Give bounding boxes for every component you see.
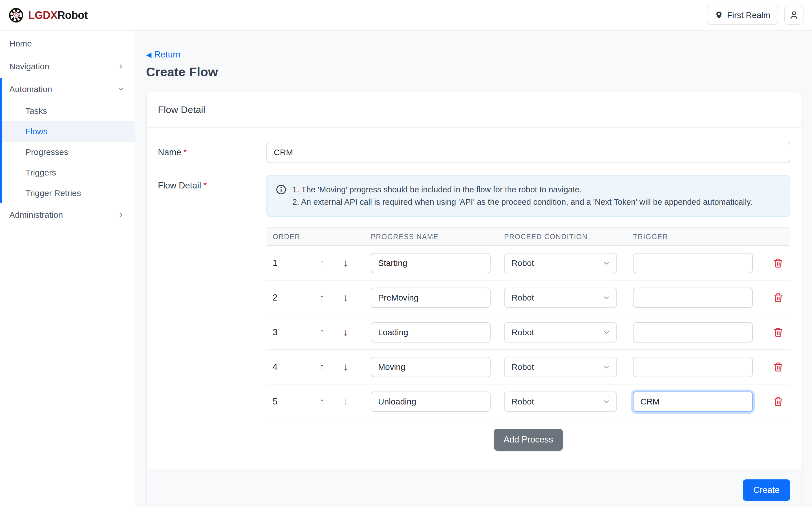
sidebar-item-label: Navigation bbox=[9, 62, 49, 71]
trigger-input[interactable] bbox=[633, 357, 753, 377]
flow-name-input[interactable] bbox=[266, 142, 790, 163]
trigger-input[interactable] bbox=[633, 253, 753, 273]
trash-icon bbox=[773, 396, 783, 407]
proceed-condition-cell: Robot bbox=[504, 322, 633, 342]
move-down-button[interactable]: ↓ bbox=[334, 292, 357, 304]
order-cell: 4 ↑ ↓ bbox=[266, 361, 371, 373]
move-down-button[interactable]: ↓ bbox=[334, 396, 357, 407]
proceed-condition-select[interactable]: Robot bbox=[504, 392, 617, 412]
actions-cell bbox=[772, 258, 790, 269]
proceed-condition-select[interactable]: Robot bbox=[504, 288, 617, 308]
column-header-proceed-condition: PROCEED CONDITION bbox=[504, 233, 633, 241]
progress-name-input[interactable] bbox=[371, 392, 491, 412]
brand-lgdx: LGDX bbox=[28, 9, 57, 21]
flow-detail-label: Flow Detail* bbox=[158, 175, 266, 191]
order-number: 4 bbox=[266, 362, 310, 372]
sidebar-item-triggers[interactable]: Triggers bbox=[2, 162, 135, 183]
progress-name-cell bbox=[371, 288, 504, 308]
sidebar-item-administration[interactable]: Administration bbox=[0, 203, 135, 226]
return-link[interactable]: ◀Return bbox=[146, 50, 181, 60]
add-row: Add Process bbox=[266, 419, 790, 453]
move-up-button[interactable]: ↑ bbox=[310, 396, 334, 407]
select-value: Robot bbox=[511, 362, 534, 372]
chevron-down-icon bbox=[602, 397, 611, 406]
chevron-right-icon bbox=[117, 211, 124, 219]
move-down-button[interactable]: ↓ bbox=[334, 361, 357, 373]
sidebar-item-trigger-retries[interactable]: Trigger Retries bbox=[2, 183, 135, 203]
name-label: Name* bbox=[158, 147, 266, 158]
delete-row-button[interactable] bbox=[773, 292, 783, 303]
info-box: 1. The 'Moving' progress should be inclu… bbox=[266, 175, 790, 217]
page-title: Create Flow bbox=[146, 65, 802, 79]
move-up-button[interactable]: ↑ bbox=[310, 257, 334, 269]
sidebar-item-tasks[interactable]: Tasks bbox=[2, 101, 135, 121]
return-label: Return bbox=[154, 50, 181, 60]
move-up-button[interactable]: ↑ bbox=[310, 361, 334, 373]
trigger-input[interactable] bbox=[633, 392, 753, 412]
trash-icon bbox=[773, 258, 783, 269]
top-bar: LG DX LGDXRobot First Realm bbox=[0, 0, 812, 31]
trigger-input[interactable] bbox=[633, 322, 753, 342]
proceed-condition-cell: Robot bbox=[504, 288, 633, 308]
sidebar-item-home[interactable]: Home bbox=[0, 32, 135, 55]
order-cell: 1 ↑ ↓ bbox=[266, 257, 371, 269]
sidebar-item-label: Automation bbox=[9, 84, 52, 94]
progress-name-input[interactable] bbox=[371, 288, 491, 308]
order-number: 1 bbox=[266, 258, 310, 268]
card-footer: Create bbox=[147, 469, 802, 507]
order-cell: 2 ↑ ↓ bbox=[266, 292, 371, 304]
proceed-condition-cell: Robot bbox=[504, 357, 633, 377]
table-row: 1 ↑ ↓ Robot bbox=[266, 246, 790, 281]
progress-name-input[interactable] bbox=[371, 357, 491, 377]
delete-row-button[interactable] bbox=[773, 396, 783, 407]
delete-row-button[interactable] bbox=[773, 327, 783, 338]
proceed-condition-select[interactable]: Robot bbox=[504, 322, 617, 342]
info-line-1: 1. The 'Moving' progress should be inclu… bbox=[292, 183, 753, 196]
sidebar: Home Navigation Automation Tasks Flows P… bbox=[0, 31, 135, 507]
move-up-button[interactable]: ↑ bbox=[310, 292, 334, 304]
add-process-button[interactable]: Add Process bbox=[494, 429, 563, 451]
realm-selector-button[interactable]: First Realm bbox=[707, 6, 778, 25]
trigger-cell bbox=[633, 357, 772, 377]
brand-robot: Robot bbox=[57, 9, 88, 21]
progress-name-input[interactable] bbox=[371, 322, 491, 342]
back-arrow-icon: ◀ bbox=[146, 51, 151, 58]
progress-name-cell bbox=[371, 357, 504, 377]
sidebar-item-label: Home bbox=[9, 39, 32, 48]
chevron-right-icon bbox=[117, 63, 124, 70]
lgdx-logo-icon: LG DX bbox=[8, 7, 24, 23]
info-line-2: 2. An external API call is required when… bbox=[292, 196, 753, 208]
sidebar-item-progresses[interactable]: Progresses bbox=[2, 142, 135, 162]
actions-cell bbox=[772, 362, 790, 372]
column-header-progress-name: PROGRESS NAME bbox=[371, 233, 504, 241]
chevron-down-icon bbox=[602, 259, 611, 267]
actions-cell bbox=[772, 396, 790, 407]
column-header-trigger: TRIGGER bbox=[633, 233, 772, 241]
required-asterisk: * bbox=[203, 180, 207, 190]
user-menu-button[interactable] bbox=[784, 6, 804, 25]
delete-row-button[interactable] bbox=[773, 362, 783, 372]
delete-row-button[interactable] bbox=[773, 258, 783, 269]
sidebar-item-label: Progresses bbox=[26, 147, 68, 157]
move-down-button[interactable]: ↓ bbox=[334, 327, 357, 338]
sidebar-item-navigation[interactable]: Navigation bbox=[0, 55, 135, 78]
progress-name-cell bbox=[371, 322, 504, 342]
actions-cell bbox=[772, 327, 790, 338]
brand[interactable]: LG DX LGDXRobot bbox=[8, 7, 88, 23]
create-button[interactable]: Create bbox=[743, 480, 790, 501]
trigger-input[interactable] bbox=[633, 288, 753, 308]
sidebar-item-flows[interactable]: Flows bbox=[2, 121, 135, 142]
proceed-condition-select[interactable]: Robot bbox=[504, 357, 617, 377]
select-value: Robot bbox=[511, 328, 534, 337]
order-cell: 3 ↑ ↓ bbox=[266, 327, 371, 338]
proceed-condition-cell: Robot bbox=[504, 392, 633, 412]
proceed-condition-select[interactable]: Robot bbox=[504, 253, 617, 273]
sidebar-item-label: Flows bbox=[26, 127, 47, 136]
progress-name-input[interactable] bbox=[371, 253, 491, 273]
sidebar-item-automation[interactable]: Automation bbox=[2, 78, 135, 101]
move-up-button[interactable]: ↑ bbox=[310, 327, 334, 338]
flow-detail-field: 1. The 'Moving' progress should be inclu… bbox=[266, 175, 790, 453]
move-down-button[interactable]: ↓ bbox=[334, 257, 357, 269]
sidebar-group-automation: Automation Tasks Flows Progresses Trigge… bbox=[0, 78, 135, 203]
table-rows: 1 ↑ ↓ Robot bbox=[266, 246, 790, 419]
